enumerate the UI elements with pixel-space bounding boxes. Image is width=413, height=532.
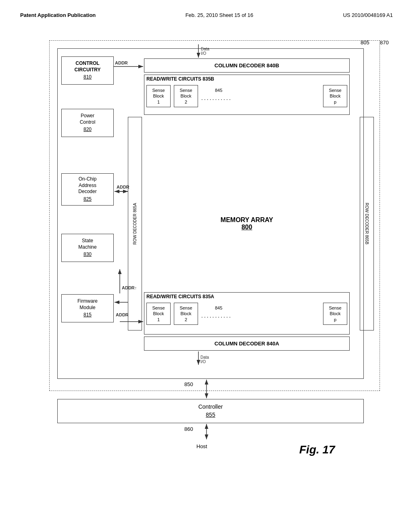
memory-array-title: MEMORY ARRAY — [221, 216, 273, 224]
controller-title: Controller — [198, 403, 223, 411]
firmware-module-title: FirmwareModule — [77, 298, 98, 311]
diagram-area: 805 870 CONTROLCIRCUITRY 810 PowerContro… — [25, 36, 388, 480]
controller-box: Controller 855 — [57, 399, 364, 423]
controller-ref: 855 — [198, 411, 223, 419]
control-circuitry-ref: 810 — [83, 74, 92, 81]
page-header: Patent Application Publication Feb. 25, … — [20, 12, 393, 20]
label-host: Host — [196, 443, 207, 449]
label-870: 870 — [380, 39, 389, 46]
row-decoder-left: ROW DECODER 865A — [128, 117, 142, 330]
state-machine-box: StateMachine 830 — [61, 234, 114, 262]
power-control-title: PowerControl — [80, 113, 96, 125]
state-machine-title: StateMachine — [78, 238, 96, 250]
col-decoder-top-label: COLUMN DECODER 840B — [215, 62, 279, 69]
sense-block-top-2: SenseBlock2 — [174, 85, 198, 107]
sense-block-top-1: SenseBlock1 — [146, 85, 171, 107]
firmware-module-box: FirmwareModule 815 — [61, 294, 114, 322]
sense-blocks-top: SenseBlock1 SenseBlock2 ........... 845 … — [144, 83, 349, 109]
sense-block-top-p: SenseBlockp — [323, 85, 347, 107]
label-860: 860 — [184, 426, 193, 432]
power-control-box: PowerControl 820 — [61, 109, 114, 137]
on-chip-box: On-ChipAddressDecoder 825 — [61, 173, 114, 206]
col-decoder-bottom: COLUMN DECODER 840A — [144, 337, 350, 351]
row-decoder-right-label: ROW DECODER 865B — [364, 203, 369, 244]
label-850: 850 — [184, 381, 193, 387]
firmware-module-ref: 815 — [83, 312, 92, 318]
header-left: Patent Application Publication — [20, 12, 96, 18]
row-decoder-right: ROW DECODER 865B — [360, 117, 374, 330]
rw-top-label: READ/WRITE CIRCUITS 835B — [144, 75, 349, 83]
control-circuitry-title: CONTROLCIRCUITRY — [75, 60, 101, 73]
memory-array-ref: 800 — [242, 224, 252, 231]
header-center: Feb. 25, 2010 Sheet 15 of 16 — [186, 12, 253, 18]
col-decoder-bottom-label: COLUMN DECODER 840A — [215, 341, 279, 347]
label-805: 805 — [361, 39, 369, 46]
on-chip-title: On-ChipAddressDecoder — [78, 176, 96, 195]
page: Patent Application Publication Feb. 25, … — [0, 0, 413, 532]
fig-label: Fig. 17 — [299, 443, 335, 456]
control-circuitry-box: CONTROLCIRCUITRY 810 — [61, 56, 114, 85]
power-control-ref: 820 — [83, 126, 92, 133]
rw-top-box: READ/WRITE CIRCUITS 835B SenseBlock1 Sen… — [144, 75, 350, 115]
col-decoder-top: COLUMN DECODER 840B — [144, 58, 350, 73]
memory-array-box: MEMORY ARRAY 800 — [144, 117, 350, 330]
on-chip-ref: 825 — [83, 196, 92, 203]
row-decoder-left-label: ROW DECODER 865A — [132, 203, 138, 244]
label-845-top: 845 — [215, 88, 222, 93]
state-machine-ref: 830 — [83, 251, 92, 258]
header-right: US 2010/0048169 A1 — [343, 12, 393, 18]
